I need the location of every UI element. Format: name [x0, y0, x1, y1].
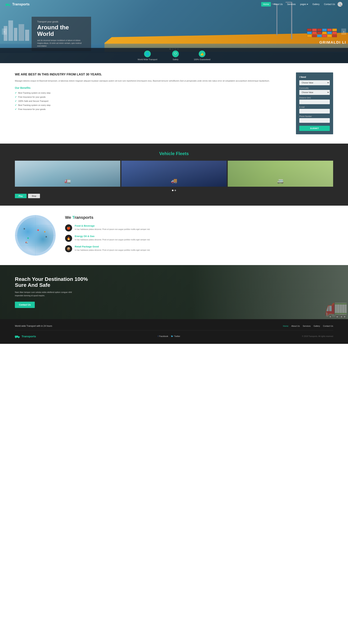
footer-top: World wide Transport with in 24 hours Ho… — [15, 325, 333, 330]
benefit-text-1: Best Tracking system on every step — [18, 92, 51, 94]
form-group-commodity: Commodity Choose Value — [299, 87, 330, 95]
service-energy-desc: In hac habitasse platea dictumst. Proin … — [75, 238, 150, 241]
nav-links: Home About Us Services pages ▾ Gallery C… — [261, 2, 342, 7]
search-icon: 🔍 — [338, 2, 342, 6]
svg-point-3 — [9, 6, 10, 6]
feature-safety-label: Safety — [172, 58, 179, 60]
fleets-dots — [15, 190, 333, 191]
commodity-select[interactable]: Choose Value — [299, 90, 330, 95]
fleets-grid: 🚛 🚚 🚐 — [15, 161, 333, 187]
transport-title-t: T — [72, 215, 75, 220]
service-food-icon: 🍎 — [65, 224, 72, 232]
service-food-title: Food & Beverage — [75, 224, 150, 227]
footer-link-contact[interactable]: Contact Us — [323, 325, 333, 327]
play-button[interactable]: Play — [15, 194, 27, 198]
fleet-controls: Play Stop — [15, 194, 333, 198]
fleet-card-3: 🚐 — [228, 161, 333, 187]
transport-globe: ✈ ✈ 🚛 — [15, 215, 56, 256]
feature-safety-icon: 🛡 — [172, 50, 179, 57]
fleet-card-1: 🚛 — [15, 161, 120, 187]
footer-brand-name: Transports — [22, 335, 36, 338]
about-content: WE ARE BEST IN THIS INDUSTRY FROM LAST 3… — [15, 72, 288, 112]
hero-next-button[interactable]: › — [341, 28, 346, 35]
check-icon-1: ✔ — [15, 92, 17, 94]
cta-truck-icon: 🚛 — [325, 297, 348, 319]
email-label: E-mail — [299, 106, 330, 108]
form-group-need: Choose Value — [299, 80, 330, 85]
navigation: Transports Home About Us Services pages … — [0, 0, 348, 8]
brand-name: Transports — [12, 2, 30, 6]
benefit-5: ✔ Free Insurance for your goods — [15, 108, 288, 110]
feature-safety: 🛡 Safety — [172, 50, 179, 60]
service-retail-icon: 📦 — [65, 245, 72, 252]
about-description: Masagni dolores eoque int Basmodi tempor… — [15, 79, 288, 83]
fleet-card-2: 🚚 — [121, 161, 227, 187]
nav-pages[interactable]: pages ▾ — [298, 2, 310, 6]
distance-input[interactable] — [299, 100, 330, 104]
hero-subtitle: Transport your goods — [37, 20, 86, 23]
benefits-list: ✔ Best Tracking system on every step ✔ F… — [15, 92, 288, 110]
fleet-dot-2[interactable] — [175, 190, 176, 191]
service-retail-desc: In hac habitasse platea dictumst. Proin … — [75, 249, 150, 252]
twitter-icon: 🐦 — [171, 335, 173, 338]
service-retail-title: Retail Package Good — [75, 245, 150, 248]
svg-rect-4 — [15, 336, 18, 338]
hero-text-box: Transport your goods Around the World se… — [32, 17, 91, 51]
phone-input[interactable] — [299, 118, 330, 123]
facebook-icon: f — [158, 335, 159, 337]
logo[interactable]: Transports — [6, 2, 30, 6]
svg-point-7 — [18, 337, 19, 338]
need-select[interactable]: Choose Value — [299, 80, 330, 85]
benefits-title: Our Benefits — [15, 86, 288, 89]
benefit-text-3: 100% Safe and Secure Transport — [18, 100, 49, 102]
form-group-distance: Distance (km) — [299, 97, 330, 104]
svg-point-2 — [6, 6, 7, 6]
hero-prev-button[interactable]: ‹ — [2, 28, 7, 35]
cta-contact-button[interactable]: Contact Us — [15, 302, 35, 308]
footer: World wide Transport with in 24 hours Ho… — [0, 319, 348, 344]
service-food: 🍎 Food & Beverage In hac habitasse plate… — [65, 224, 333, 232]
service-energy: 🔥 Energy Oil & Gas In hac habitasse plat… — [65, 235, 333, 242]
footer-tagline: World wide Transport with in 24 hours — [15, 325, 52, 327]
hero-features-bar: 🌐 World Wide Transport 🛡 Safety 👍 100% G… — [0, 48, 348, 63]
footer-link-gallery[interactable]: Gallery — [314, 325, 320, 327]
form-title: I Need — [299, 76, 330, 78]
nav-gallery[interactable]: Gallery — [311, 2, 321, 6]
benefit-3: ✔ 100% Safe and Secure Transport — [15, 100, 288, 102]
feature-worldwide-icon: 🌐 — [144, 50, 151, 57]
logo-icon — [6, 2, 11, 6]
form-submit-button[interactable]: SUBMIT — [299, 126, 330, 131]
feature-guaranteed: 👍 100% Guaranteed — [194, 50, 210, 60]
feature-guaranteed-label: 100% Guaranteed — [194, 58, 210, 60]
globe-plane-2: ✈ — [45, 235, 47, 238]
cta-truck-visual: 🚛 — [191, 265, 348, 319]
transport-section: ✈ ✈ 🚛 We Transports 🍎 Food & Beverage In… — [0, 206, 348, 265]
fleet-dot-1[interactable] — [172, 190, 173, 191]
nav-services[interactable]: Services — [285, 2, 298, 6]
svg-rect-0 — [6, 4, 9, 6]
about-section: WE ARE BEST IN THIS INDUSTRY FROM LAST 3… — [0, 63, 348, 144]
footer-link-services[interactable]: Services — [303, 325, 311, 327]
search-button[interactable]: 🔍 — [337, 2, 342, 7]
benefit-1: ✔ Best Tracking system on every step — [15, 92, 288, 94]
benefit-4: ✔ Best Tracking system on every step — [15, 104, 288, 106]
service-food-text: Food & Beverage In hac habitasse platea … — [75, 224, 150, 231]
email-input[interactable] — [299, 109, 330, 114]
stop-button[interactable]: Stop — [28, 194, 40, 198]
nav-about[interactable]: About Us — [272, 2, 284, 6]
route-dot-2 — [27, 238, 29, 239]
form-group-email: E-mail — [299, 106, 330, 114]
facebook-link[interactable]: f Facebook — [158, 335, 168, 337]
feature-guaranteed-icon: 👍 — [199, 50, 205, 57]
twitter-link[interactable]: 🐦 Twitter — [171, 335, 180, 338]
hero-title: Around the World — [37, 24, 86, 37]
about-title: WE ARE BEST IN THIS INDUSTRY FROM LAST 3… — [15, 72, 288, 76]
nav-home[interactable]: Home — [261, 2, 271, 6]
ship-containers — [307, 28, 337, 37]
cta-description: Nam liber tempor cum soluta nobis eleife… — [15, 291, 80, 297]
benefit-text-2: Free Insurance for your goods — [18, 96, 46, 98]
footer-social: f Facebook 🐦 Twitter — [158, 335, 180, 338]
nav-contact[interactable]: Contact Us — [322, 2, 337, 6]
footer-link-about[interactable]: About Us — [291, 325, 300, 327]
footer-link-home[interactable]: Home — [283, 325, 288, 327]
